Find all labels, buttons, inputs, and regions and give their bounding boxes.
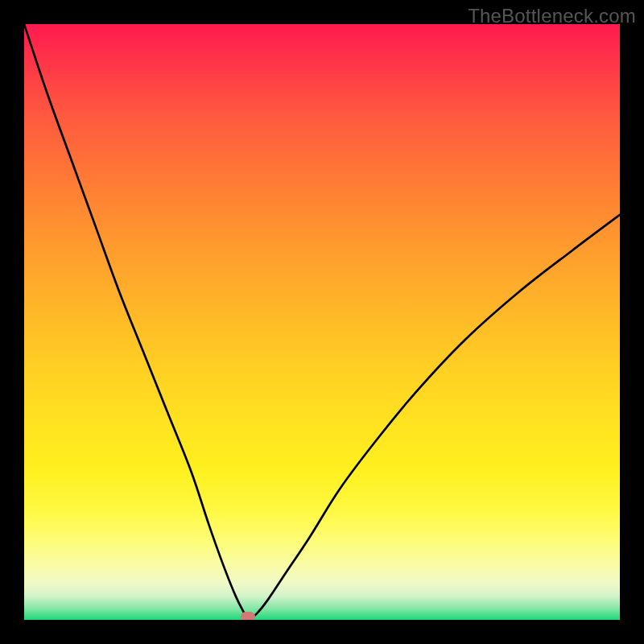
curve-path	[24, 24, 620, 620]
bottleneck-curve	[24, 24, 620, 620]
watermark-text: TheBottleneck.com	[468, 5, 636, 27]
balance-marker	[241, 612, 255, 620]
plot-area	[24, 24, 620, 620]
